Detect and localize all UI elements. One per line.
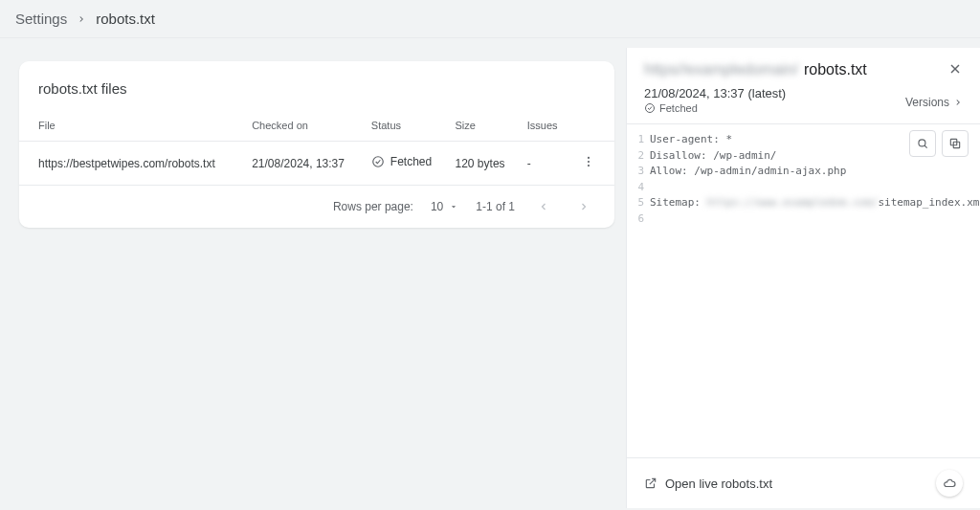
close-icon bbox=[947, 61, 963, 77]
svg-point-8 bbox=[919, 140, 925, 146]
close-button[interactable] bbox=[947, 61, 963, 77]
col-checked: Checked on bbox=[244, 110, 364, 142]
chevron-left-icon bbox=[538, 201, 549, 212]
arrow-drop-down-icon bbox=[449, 202, 458, 211]
svg-marker-4 bbox=[452, 206, 456, 208]
check-circle-icon bbox=[371, 155, 385, 168]
pagination-range: 1-1 of 1 bbox=[476, 200, 515, 213]
files-table: File Checked on Status Size Issues https… bbox=[19, 110, 614, 186]
svg-point-7 bbox=[646, 104, 655, 113]
cell-size: 120 bytes bbox=[448, 142, 520, 186]
rows-per-page-select[interactable]: 10 bbox=[431, 200, 458, 213]
next-page-button[interactable] bbox=[572, 195, 595, 218]
versions-button[interactable]: Versions bbox=[905, 96, 963, 109]
col-issues: Issues bbox=[520, 110, 570, 142]
detail-timestamp: 21/08/2024, 13:37 (latest) bbox=[644, 86, 786, 100]
code-viewer: 1User-agent: * 2Disallow: /wp-admin/ 3Al… bbox=[627, 123, 980, 457]
breadcrumb: Settings robots.txt bbox=[0, 0, 980, 38]
check-circle-icon bbox=[644, 102, 656, 114]
breadcrumb-current: robots.txt bbox=[96, 11, 155, 27]
breadcrumb-parent[interactable]: Settings bbox=[15, 11, 67, 27]
chevron-right-icon bbox=[77, 14, 86, 24]
code-line: Disallow: /wp-admin/ bbox=[650, 148, 776, 165]
more-vert-icon[interactable] bbox=[582, 155, 595, 168]
col-status: Status bbox=[364, 110, 448, 142]
code-line: Sitemap: https://www.exampledom.com/site… bbox=[650, 195, 980, 211]
pagination: Rows per page: 10 1-1 of 1 bbox=[19, 186, 614, 228]
feedback-button[interactable] bbox=[936, 470, 963, 497]
svg-point-1 bbox=[588, 157, 590, 159]
chevron-right-icon bbox=[953, 98, 963, 107]
code-line: User-agent: * bbox=[650, 132, 732, 148]
table-row[interactable]: https://bestpetwipes.com/robots.txt 21/0… bbox=[19, 142, 614, 186]
detail-panel: https//exampledomain/ robots.txt 21/08/2… bbox=[626, 48, 980, 508]
svg-point-0 bbox=[373, 157, 384, 167]
rows-per-page-label: Rows per page: bbox=[333, 200, 413, 213]
svg-point-2 bbox=[588, 161, 590, 163]
search-button[interactable] bbox=[909, 130, 936, 157]
search-icon bbox=[916, 137, 929, 150]
svg-line-12 bbox=[650, 478, 656, 484]
chevron-right-icon bbox=[578, 201, 590, 212]
open-live-button[interactable]: Open live robots.txt bbox=[644, 477, 772, 491]
copy-button[interactable] bbox=[942, 130, 969, 157]
copy-icon bbox=[948, 137, 962, 150]
svg-line-9 bbox=[924, 145, 927, 148]
detail-fetched: Fetched bbox=[644, 102, 786, 114]
detail-title-domain: https//exampledomain/ bbox=[644, 61, 798, 78]
col-size: Size bbox=[448, 110, 520, 142]
svg-point-3 bbox=[588, 165, 590, 166]
open-in-new-icon bbox=[644, 477, 657, 490]
cell-checked: 21/08/2024, 13:37 bbox=[244, 142, 364, 186]
card-title: robots.txt files bbox=[19, 61, 614, 110]
files-card: robots.txt files File Checked on Status … bbox=[19, 61, 614, 228]
code-line: Allow: /wp-admin/admin-ajax.php bbox=[650, 164, 846, 180]
cloud-icon bbox=[943, 477, 956, 490]
detail-title: https//exampledomain/ robots.txt bbox=[644, 61, 867, 78]
cell-file: https://bestpetwipes.com/robots.txt bbox=[19, 142, 244, 186]
prev-page-button[interactable] bbox=[532, 195, 555, 218]
col-file: File bbox=[19, 110, 244, 142]
cell-status: Fetched bbox=[364, 142, 448, 186]
cell-issues: - bbox=[520, 142, 570, 186]
